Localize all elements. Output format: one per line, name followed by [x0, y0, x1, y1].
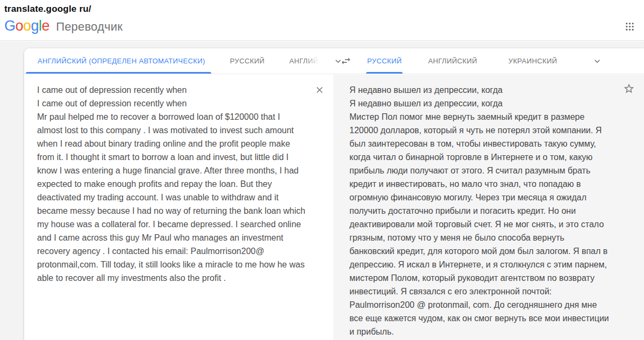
logo-letter: g — [31, 18, 39, 34]
workspace-background: АНГЛИЙСКИЙ (ОПРЕДЕЛЕН АВТОМАТИЧЕСКИ) РУС… — [0, 41, 644, 340]
language-bar: АНГЛИЙСКИЙ (ОПРЕДЕЛЕН АВТОМАТИЧЕСКИ) РУС… — [24, 48, 644, 74]
tab-target-russian[interactable]: РУССКИЙ — [364, 48, 404, 74]
brand-row: Google Переводчик — [4, 18, 123, 34]
translation-panels: I came out of depression recently when I… — [24, 75, 644, 340]
swap-icon — [340, 55, 352, 67]
star-icon — [623, 83, 635, 95]
tab-source-russian[interactable]: РУССКИЙ — [223, 48, 272, 74]
page-header: translate.google ru/ Google Переводчик — [0, 0, 644, 41]
translate-page: translate.google ru/ Google Переводчик А… — [0, 0, 644, 340]
logo-letter: e — [42, 18, 50, 34]
clear-source-button[interactable] — [312, 83, 326, 97]
logo-letter: G — [4, 18, 16, 34]
tab-label: АНГЛИЙСКИЙ (ОПРЕДЕЛЕН АВТОМАТИЧЕСКИ) — [38, 57, 205, 65]
address-bar-text: translate.google ru/ — [4, 4, 91, 15]
apps-launcher-button[interactable] — [622, 19, 636, 33]
translation-card: АНГЛИЙСКИЙ (ОПРЕДЕЛЕН АВТОМАТИЧЕСКИ) РУС… — [24, 48, 644, 340]
tab-label: РУССКИЙ — [230, 57, 264, 65]
apps-grid-icon — [625, 22, 634, 31]
target-more-languages-button[interactable] — [587, 48, 607, 74]
target-panel: Я недавно вышел из депрессии, когда Я не… — [333, 75, 644, 340]
tab-source-detected-english[interactable]: АНГЛИЙСКИЙ (ОПРЕДЕЛЕН АВТОМАТИЧЕСКИ) — [24, 48, 213, 74]
logo-letter: o — [16, 18, 24, 34]
source-panel: I came out of depression recently when I… — [24, 75, 333, 340]
tab-label: РУССКИЙ — [367, 57, 402, 65]
tab-label: АНГЛИЙСКИЙ — [428, 57, 477, 65]
source-language-tabs: АНГЛИЙСКИЙ (ОПРЕДЕЛЕН АВТОМАТИЧЕСКИ) РУС… — [24, 48, 333, 74]
tab-target-ukrainian[interactable]: УКРАИНСКИЙ — [501, 48, 565, 74]
tab-label: УКРАИНСКИЙ — [509, 57, 557, 65]
chevron-down-icon — [592, 56, 603, 67]
target-language-tabs: РУССКИЙ АНГЛИЙСКИЙ УКРАИНСКИЙ — [333, 48, 644, 74]
swap-languages-button[interactable] — [333, 48, 358, 74]
product-name: Переводчик — [56, 20, 123, 34]
close-icon — [314, 85, 325, 95]
tab-label: АНГЛИЙС — [289, 57, 320, 65]
tab-source-english-truncated[interactable]: АНГЛИЙС — [282, 48, 328, 74]
translated-text: Я недавно вышел из депрессии, когда Я не… — [333, 75, 644, 340]
save-translation-button[interactable] — [621, 81, 636, 96]
logo-letter: o — [23, 18, 31, 34]
source-text-input[interactable]: I came out of depression recently when I… — [24, 75, 333, 293]
tab-target-english[interactable]: АНГЛИЙСКИЙ — [420, 48, 484, 74]
google-logo[interactable]: Google — [4, 18, 49, 34]
